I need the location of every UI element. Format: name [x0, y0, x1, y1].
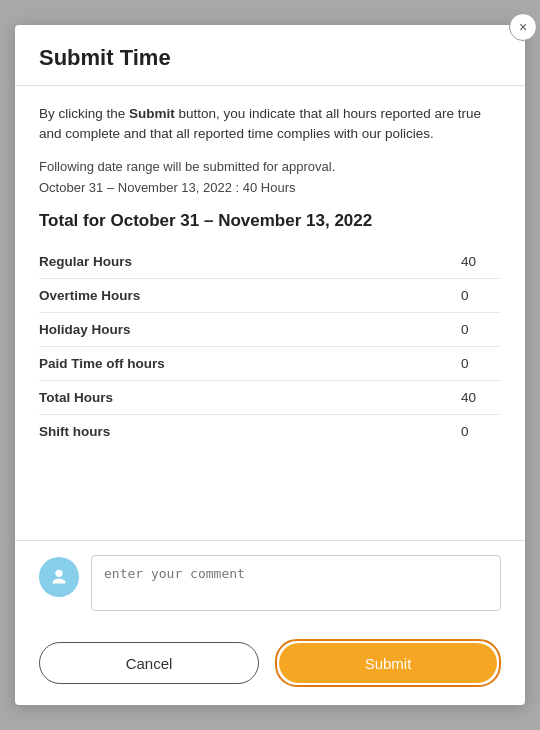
table-row: Shift hours0: [39, 415, 501, 448]
modal-overlay: × Submit Time By clicking the Submit but…: [0, 0, 540, 730]
submit-button-wrapper: Submit: [275, 639, 501, 687]
user-icon: [48, 566, 70, 588]
svg-point-0: [55, 570, 62, 577]
comment-input[interactable]: [91, 555, 501, 611]
avatar: [39, 557, 79, 597]
table-row: Total Hours40: [39, 381, 501, 415]
modal-footer: Cancel Submit: [15, 625, 525, 705]
modal-header: Submit Time: [15, 25, 525, 86]
submit-button[interactable]: Submit: [279, 643, 497, 683]
date-range-value: October 31 – November 13, 2022 : 40 Hour…: [39, 180, 501, 195]
hours-label: Paid Time off hours: [39, 356, 461, 371]
hours-label: Overtime Hours: [39, 288, 461, 303]
modal-title: Submit Time: [39, 45, 501, 71]
policy-bold: Submit: [129, 106, 175, 121]
hours-label: Regular Hours: [39, 254, 461, 269]
hours-value: 40: [461, 390, 501, 405]
hours-value: 0: [461, 288, 501, 303]
date-range-label: Following date range will be submitted f…: [39, 159, 501, 174]
hours-label: Holiday Hours: [39, 322, 461, 337]
table-row: Holiday Hours0: [39, 313, 501, 347]
hours-label: Shift hours: [39, 424, 461, 439]
cancel-button[interactable]: Cancel: [39, 642, 259, 684]
total-heading: Total for October 31 – November 13, 2022: [39, 211, 501, 231]
close-button[interactable]: ×: [509, 13, 537, 41]
hours-table: Regular Hours40Overtime Hours0Holiday Ho…: [39, 245, 501, 448]
comment-section: [15, 540, 525, 625]
modal-body: By clicking the Submit button, you indic…: [15, 86, 525, 540]
modal-dialog: × Submit Time By clicking the Submit but…: [15, 25, 525, 705]
hours-value: 0: [461, 322, 501, 337]
policy-text: By clicking the Submit button, you indic…: [39, 104, 501, 145]
table-row: Paid Time off hours0: [39, 347, 501, 381]
hours-value: 0: [461, 356, 501, 371]
table-row: Overtime Hours0: [39, 279, 501, 313]
hours-label: Total Hours: [39, 390, 461, 405]
hours-value: 40: [461, 254, 501, 269]
hours-value: 0: [461, 424, 501, 439]
table-row: Regular Hours40: [39, 245, 501, 279]
